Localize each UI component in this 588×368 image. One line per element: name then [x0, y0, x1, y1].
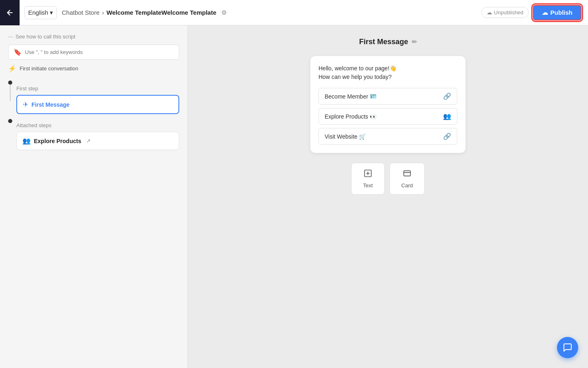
- breadcrumb-title: Welcome TemplateWelcome Template: [107, 9, 216, 16]
- visit-website-label: Visit Website 🛒: [325, 133, 366, 140]
- add-text-label: Text: [363, 182, 373, 188]
- explore-products-label-reply: Explore Products 👀: [325, 113, 377, 120]
- step-dot: [8, 81, 12, 85]
- breadcrumb-store[interactable]: Chatbot Store: [62, 9, 100, 16]
- breadcrumb: Chatbot Store › Welcome TemplateWelcome …: [62, 9, 227, 16]
- add-card-button[interactable]: Card: [390, 163, 425, 195]
- chat-line-2: How can we help you today?: [318, 73, 457, 81]
- card-icon: [403, 169, 412, 180]
- breadcrumb-separator: ›: [102, 9, 104, 16]
- call-script-section: — See how to call this script: [8, 34, 179, 40]
- first-message-label: First Message: [31, 101, 69, 108]
- send-icon: ✈: [23, 101, 28, 108]
- main-content: First Message ✏ Hello, welcome to our pa…: [188, 25, 588, 368]
- chat-fab[interactable]: [557, 337, 578, 358]
- explore-products-icon: 👥: [443, 112, 451, 120]
- visit-website-icon: 🔗: [443, 132, 451, 140]
- svg-rect-1: [404, 171, 411, 176]
- text-icon: [363, 169, 372, 180]
- external-link-icon: ↗: [86, 138, 91, 144]
- sidebar: — See how to call this script 🔖 ⚡ First …: [0, 25, 188, 368]
- become-member-icon: 🔗: [443, 92, 451, 100]
- quick-reply-become-member[interactable]: Become Member 🪪 🔗: [318, 88, 457, 105]
- explore-products-step[interactable]: 👥 Explore Products ↗: [16, 132, 179, 150]
- add-card-label: Card: [401, 182, 413, 188]
- explore-products-label: Explore Products: [34, 138, 81, 144]
- initiate-row: ⚡ First initiate conversation: [8, 63, 179, 74]
- publish-label: Publish: [550, 9, 572, 16]
- keyword-input-wrap: 🔖: [8, 45, 179, 60]
- unpublished-badge: ☁ Unpublished: [481, 7, 529, 18]
- quick-replies: Become Member 🪪 🔗 Explore Products 👀 👥 V…: [318, 88, 457, 145]
- add-message-row: Text Card: [351, 163, 425, 195]
- section-header: First Message ✏: [359, 38, 416, 46]
- initiate-label: First initiate conversation: [20, 65, 78, 72]
- call-script-label: See how to call this script: [16, 34, 76, 40]
- chat-card: Hello, welcome to our page!👋 How can we …: [310, 56, 466, 153]
- bolt-icon: ⚡: [8, 65, 16, 72]
- chat-line-1: Hello, welcome to our page!👋: [318, 64, 457, 73]
- topbar-right: ☁ Unpublished ☁ Publish: [481, 5, 581, 20]
- language-selector[interactable]: English ▾: [24, 6, 57, 19]
- chat-message: Hello, welcome to our page!👋 How can we …: [318, 64, 457, 81]
- pencil-icon[interactable]: ✏: [412, 38, 417, 46]
- unpublished-label: Unpublished: [494, 9, 523, 16]
- first-message-step[interactable]: ✈ First Message: [16, 95, 179, 114]
- back-button[interactable]: [0, 0, 20, 25]
- main-layout: — See how to call this script 🔖 ⚡ First …: [0, 25, 588, 368]
- topbar: English ▾ Chatbot Store › Welcome Templa…: [0, 0, 588, 25]
- first-step-label: First step: [16, 85, 179, 92]
- publish-cloud-icon: ☁: [542, 9, 548, 16]
- publish-button[interactable]: ☁ Publish: [533, 5, 581, 20]
- quick-reply-visit-website[interactable]: Visit Website 🛒 🔗: [318, 128, 457, 145]
- chevron-down-icon: ▾: [50, 9, 53, 16]
- quick-reply-explore-products[interactable]: Explore Products 👀 👥: [318, 108, 457, 125]
- attached-dot: [8, 119, 12, 123]
- attached-steps-label: Attached steps: [16, 122, 179, 128]
- gear-icon[interactable]: ⚙: [221, 9, 227, 16]
- language-label: English: [28, 9, 48, 16]
- step-connector: [10, 85, 11, 101]
- become-member-label: Become Member 🪪: [325, 93, 376, 100]
- cloud-icon: ☁: [487, 9, 492, 16]
- explore-icon: 👥: [22, 137, 31, 145]
- section-title: First Message: [359, 38, 408, 46]
- keyword-icon: 🔖: [13, 48, 22, 56]
- collapse-icon[interactable]: —: [8, 34, 13, 40]
- keyword-input[interactable]: [25, 49, 174, 55]
- add-text-button[interactable]: Text: [351, 163, 385, 195]
